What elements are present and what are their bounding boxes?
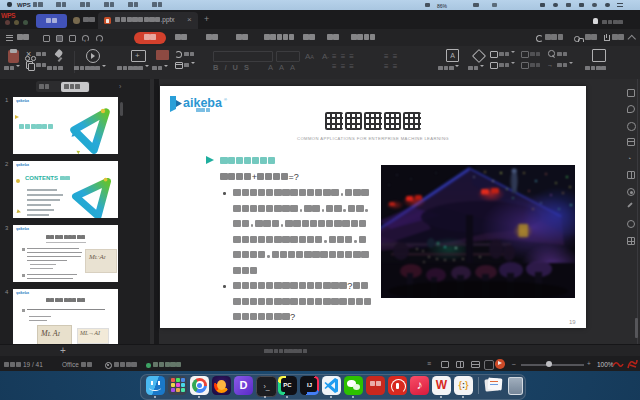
svg-text:®: ®	[224, 97, 227, 102]
